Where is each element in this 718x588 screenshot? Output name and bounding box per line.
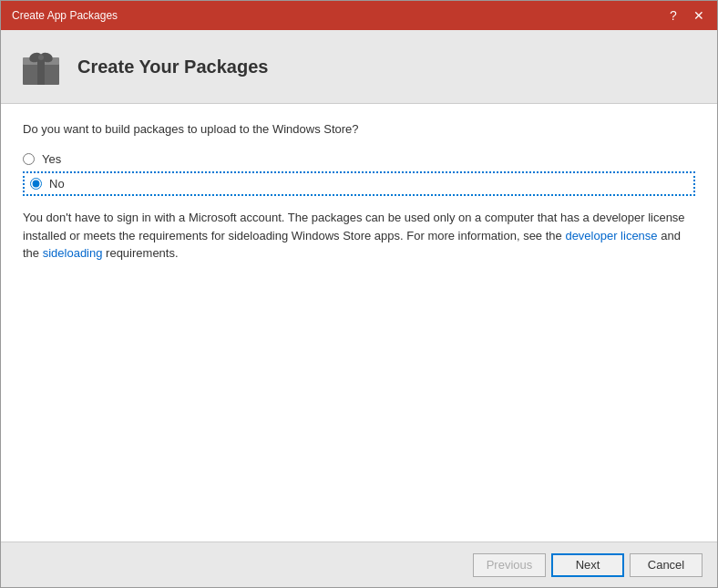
developer-license-link[interactable]: developer license: [565, 229, 657, 242]
yes-option[interactable]: Yes: [23, 149, 695, 170]
title-bar: Create App Packages ? ✕: [1, 1, 717, 30]
svg-point-5: [38, 55, 44, 60]
svg-rect-2: [37, 57, 45, 85]
next-button[interactable]: Next: [551, 553, 624, 577]
no-option-container: No: [23, 171, 695, 196]
footer-area: Previous Next Cancel: [1, 542, 717, 587]
content-area: Do you want to build packages to upload …: [1, 104, 717, 542]
cancel-button[interactable]: Cancel: [630, 553, 703, 577]
info-text-after: requirements.: [102, 246, 178, 260]
header-area: Create Your Packages: [1, 30, 717, 104]
sideloading-link[interactable]: sideloading: [43, 246, 103, 260]
no-radio[interactable]: [30, 178, 42, 190]
no-option[interactable]: No: [30, 177, 65, 191]
yes-radio[interactable]: [23, 153, 35, 165]
help-button[interactable]: ?: [662, 5, 684, 26]
title-bar-controls: ? ✕: [662, 5, 710, 26]
window-title: Create App Packages: [12, 9, 118, 22]
no-label: No: [49, 177, 65, 191]
yes-label: Yes: [42, 152, 61, 166]
previous-button[interactable]: Previous: [473, 553, 546, 577]
package-icon: [19, 45, 63, 88]
header-title: Create Your Packages: [77, 57, 268, 77]
question-text: Do you want to build packages to upload …: [23, 122, 695, 136]
info-text: You don't have to sign in with a Microso…: [23, 209, 695, 263]
dialog-window: Create App Packages ? ✕ Create Your Pack…: [0, 0, 718, 588]
close-button[interactable]: ✕: [688, 5, 710, 26]
